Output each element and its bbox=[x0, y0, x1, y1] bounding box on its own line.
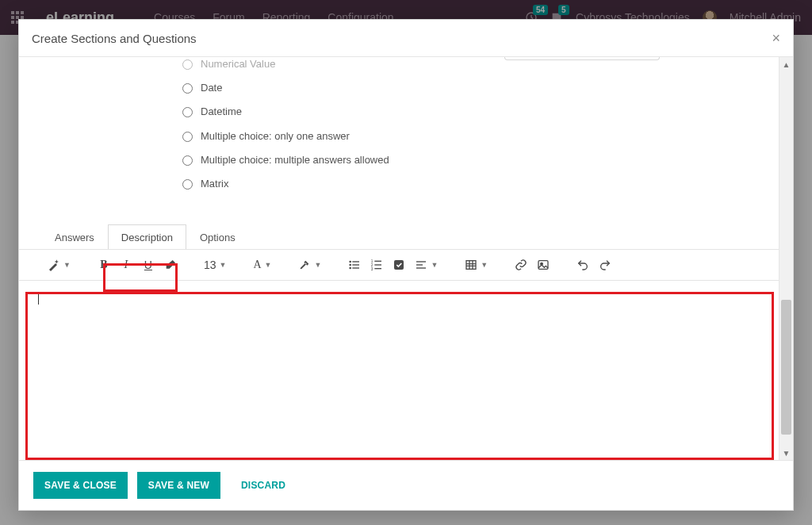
wand-icon bbox=[48, 259, 60, 271]
table-dropdown[interactable]: ▼ bbox=[462, 255, 491, 275]
align-icon bbox=[415, 259, 427, 271]
svg-point-2 bbox=[350, 264, 352, 266]
modal-scrollbar[interactable]: ▲ ▼ bbox=[779, 57, 793, 460]
tab-options[interactable]: Options bbox=[186, 224, 249, 249]
undo-icon bbox=[576, 259, 589, 271]
eraser-icon bbox=[164, 259, 177, 271]
qtype-label: Datetime bbox=[201, 105, 242, 119]
svg-rect-5 bbox=[353, 264, 360, 265]
scroll-down-icon[interactable]: ▼ bbox=[779, 446, 793, 460]
underline-button[interactable]: U bbox=[139, 255, 158, 275]
modal-footer: SAVE & CLOSE SAVE & NEW DISCARD bbox=[19, 460, 793, 510]
tabs: Answers Description Options bbox=[41, 224, 779, 249]
qtype-date[interactable]: Date bbox=[182, 76, 779, 100]
radio-mc-many[interactable] bbox=[182, 155, 193, 166]
qtype-label: Matrix bbox=[201, 177, 228, 191]
svg-rect-15 bbox=[416, 264, 423, 265]
modal-title: Create Sections and Questions bbox=[32, 32, 197, 45]
qtype-mc-many[interactable]: Multiple choice: multiple answers allowe… bbox=[182, 148, 779, 172]
highlight-dropdown[interactable]: ▼ bbox=[295, 255, 324, 275]
bold-button[interactable]: B bbox=[94, 255, 113, 275]
svg-rect-4 bbox=[353, 261, 360, 262]
font-size-value: 13 bbox=[204, 259, 216, 271]
svg-rect-10 bbox=[375, 261, 382, 262]
image-icon bbox=[537, 259, 550, 271]
undo-button[interactable] bbox=[573, 255, 592, 275]
save-close-button[interactable]: SAVE & CLOSE bbox=[33, 472, 128, 499]
svg-rect-6 bbox=[353, 267, 360, 268]
editor-toolbar: ▼ B I U 13 ▼ A▼ bbox=[19, 249, 779, 281]
qtype-label: Multiple choice: only one answer bbox=[201, 129, 350, 144]
paragraph-align-dropdown[interactable]: ▼ bbox=[412, 255, 441, 275]
svg-text:3: 3 bbox=[371, 267, 373, 271]
scroll-thumb[interactable] bbox=[781, 300, 791, 435]
list-ol-icon: 123 bbox=[370, 259, 383, 271]
qtype-numerical[interactable]: Numerical Value bbox=[182, 57, 779, 76]
list-ul-icon bbox=[348, 259, 361, 271]
tab-answers[interactable]: Answers bbox=[41, 224, 108, 249]
qtype-mc-one[interactable]: Multiple choice: only one answer bbox=[182, 125, 779, 148]
image-button[interactable] bbox=[534, 255, 553, 275]
radio-datetime[interactable] bbox=[182, 107, 193, 117]
link-button[interactable] bbox=[511, 255, 530, 275]
modal-header: Create Sections and Questions × bbox=[19, 20, 793, 57]
qtype-matrix[interactable]: Matrix bbox=[182, 172, 779, 196]
svg-rect-16 bbox=[416, 267, 426, 268]
style-dropdown[interactable]: ▼ bbox=[44, 255, 74, 275]
eraser-button[interactable] bbox=[161, 255, 180, 275]
qtype-datetime[interactable]: Datetime bbox=[182, 100, 779, 124]
qtype-label: Date bbox=[201, 81, 222, 95]
italic-button[interactable]: I bbox=[117, 255, 136, 275]
redo-button[interactable] bbox=[596, 255, 615, 275]
link-icon bbox=[515, 259, 527, 271]
question-type-group: Numerical Value Date Datetime Multiple c… bbox=[19, 57, 779, 196]
svg-rect-13 bbox=[394, 260, 404, 270]
modal-body: Numerical Value Date Datetime Multiple c… bbox=[19, 57, 793, 460]
rich-text-editor: ▼ B I U 13 ▼ A▼ bbox=[19, 249, 779, 408]
radio-mc-one[interactable] bbox=[182, 132, 193, 142]
svg-rect-12 bbox=[375, 268, 382, 269]
radio-matrix[interactable] bbox=[182, 179, 193, 190]
radio-numerical[interactable] bbox=[182, 59, 193, 70]
table-icon bbox=[465, 259, 477, 271]
modal-create-sections-questions: Create Sections and Questions × Numerica… bbox=[18, 19, 794, 511]
save-new-button[interactable]: SAVE & NEW bbox=[137, 472, 220, 499]
svg-rect-17 bbox=[466, 261, 476, 270]
scroll-up-icon[interactable]: ▲ bbox=[779, 57, 793, 71]
brush-icon bbox=[298, 259, 311, 271]
qtype-label: Multiple choice: multiple answers allowe… bbox=[201, 153, 389, 167]
text-cursor bbox=[38, 292, 39, 305]
unordered-list-button[interactable] bbox=[345, 255, 364, 275]
svg-point-1 bbox=[350, 261, 352, 263]
radio-date[interactable] bbox=[182, 83, 193, 94]
qtype-label: Numerical Value bbox=[201, 57, 275, 71]
checklist-icon bbox=[393, 259, 405, 271]
checklist-button[interactable] bbox=[389, 255, 408, 275]
svg-rect-11 bbox=[375, 264, 382, 265]
discard-button[interactable]: DISCARD bbox=[230, 472, 297, 499]
ordered-list-button[interactable]: 123 bbox=[367, 255, 386, 275]
tab-description[interactable]: Description bbox=[108, 224, 186, 249]
editor-textarea[interactable] bbox=[19, 281, 779, 408]
font-color-dropdown[interactable]: A▼ bbox=[250, 255, 274, 275]
redo-icon bbox=[599, 259, 611, 271]
font-size-dropdown[interactable]: 13 ▼ bbox=[201, 255, 230, 275]
svg-point-3 bbox=[350, 267, 352, 270]
svg-rect-18 bbox=[538, 261, 548, 270]
svg-rect-14 bbox=[416, 261, 426, 262]
close-icon[interactable]: × bbox=[772, 31, 780, 45]
